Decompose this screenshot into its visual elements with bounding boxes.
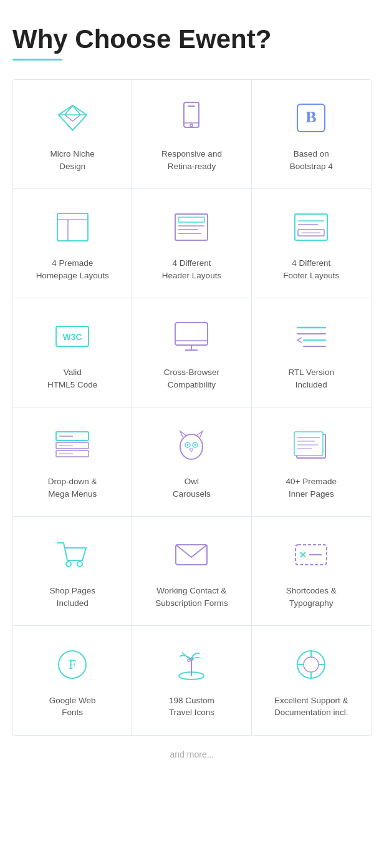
monitor-icon <box>170 318 213 355</box>
svg-text:B: B <box>306 108 317 126</box>
feature-inner-pages: 40+ PremadeInner Pages <box>252 407 371 517</box>
feature-label: 4 PremadeHomepage Layouts <box>36 257 109 281</box>
innerpages-icon <box>289 427 333 464</box>
svg-rect-26 <box>175 323 208 345</box>
feature-label: Responsive andRetina-ready <box>161 148 222 172</box>
page-wrapper: Why Choose Ewent? Micro NicheDesign <box>0 0 384 784</box>
feature-owl-carousels: OwlCarousels <box>132 407 251 517</box>
feature-label: Drop-down &Mega Menus <box>48 475 97 500</box>
svg-point-44 <box>187 444 189 446</box>
feature-label: 4 DifferentFooter Layouts <box>283 257 339 281</box>
svg-point-67 <box>304 657 319 672</box>
feature-travel-icons: 198 CustomTravel Icons <box>132 626 251 735</box>
feature-contact-forms: Working Contact &Subscription Forms <box>132 517 251 626</box>
owl-icon <box>170 427 213 464</box>
svg-text:F: F <box>69 656 76 672</box>
svg-marker-0 <box>59 105 87 130</box>
page-title: Why Choose Ewent? <box>12 25 372 54</box>
feature-cross-browser: Cross-BrowserCompatibility <box>132 298 251 407</box>
svg-rect-14 <box>175 214 208 240</box>
feature-footer-layouts: 4 DifferentFooter Layouts <box>252 189 371 298</box>
header-icon <box>170 208 213 246</box>
svg-point-7 <box>190 124 193 127</box>
svg-rect-47 <box>294 432 323 456</box>
shortcode-icon <box>289 536 333 573</box>
feature-homepage-layouts: 4 PremadeHomepage Layouts <box>13 189 132 298</box>
feature-label: 4 DifferentHeader Layouts <box>162 257 221 281</box>
feature-label: Google WebFonts <box>49 695 96 719</box>
feature-label: 40+ PremadeInner Pages <box>286 475 337 500</box>
title-underline <box>12 59 62 61</box>
svg-text:W3C: W3C <box>63 332 82 342</box>
feature-label: Micro NicheDesign <box>50 148 95 172</box>
svg-point-45 <box>194 444 196 446</box>
dropdown-icon <box>50 427 94 464</box>
support-icon <box>289 646 333 683</box>
svg-point-41 <box>180 434 203 459</box>
travel-icon <box>170 646 213 683</box>
mobile-icon <box>170 99 213 137</box>
feature-label: Excellent Support &Documentation incl. <box>274 695 348 719</box>
envelope-icon <box>170 536 213 573</box>
feature-label: RTL VersionIncluded <box>289 366 335 391</box>
feature-label: OwlCarousels <box>173 475 211 500</box>
feature-label: Cross-BrowserCompatibility <box>164 366 219 391</box>
svg-rect-15 <box>178 217 204 222</box>
feature-label: Shop PagesIncluded <box>49 585 95 609</box>
feature-responsive: Responsive andRetina-ready <box>132 80 251 189</box>
feature-html5: W3C ValidHTML5 Code <box>13 298 132 407</box>
diamond-icon <box>50 99 94 137</box>
svg-point-53 <box>66 562 71 567</box>
feature-label: Working Contact &Subscription Forms <box>155 585 228 609</box>
feature-label: Based onBootstrap 4 <box>290 148 333 172</box>
feature-shortcodes: Shortcodes &Typography <box>252 517 371 626</box>
svg-marker-1 <box>65 105 80 121</box>
w3c-icon: W3C <box>50 318 94 355</box>
feature-support: Excellent Support &Documentation incl. <box>252 626 371 735</box>
features-grid: Micro NicheDesign Responsive andRetina-r… <box>12 79 372 736</box>
svg-rect-11 <box>57 213 88 241</box>
feature-bootstrap: B Based onBootstrap 4 <box>252 80 371 189</box>
feature-rtl: RTL VersionIncluded <box>252 298 371 407</box>
shop-icon <box>50 536 94 573</box>
feature-dropdown: Drop-down &Mega Menus <box>13 407 132 517</box>
feature-label: Shortcodes &Typography <box>286 585 337 609</box>
svg-point-54 <box>77 562 82 567</box>
feature-micro-niche-design: Micro NicheDesign <box>13 80 132 189</box>
feature-label: ValidHTML5 Code <box>47 366 97 391</box>
bootstrap-icon: B <box>289 99 333 137</box>
font-icon: F <box>50 646 94 683</box>
layout-icon <box>50 208 94 246</box>
footer-icon <box>289 208 333 246</box>
feature-google-fonts: F Google WebFonts <box>13 626 132 735</box>
svg-point-64 <box>188 659 190 661</box>
feature-header-layouts: 4 DifferentHeader Layouts <box>132 189 251 298</box>
and-more: and more... <box>12 736 372 766</box>
rtl-icon <box>289 318 333 355</box>
feature-shop-pages: Shop PagesIncluded <box>13 517 132 626</box>
feature-label: 198 CustomTravel Icons <box>169 695 214 719</box>
